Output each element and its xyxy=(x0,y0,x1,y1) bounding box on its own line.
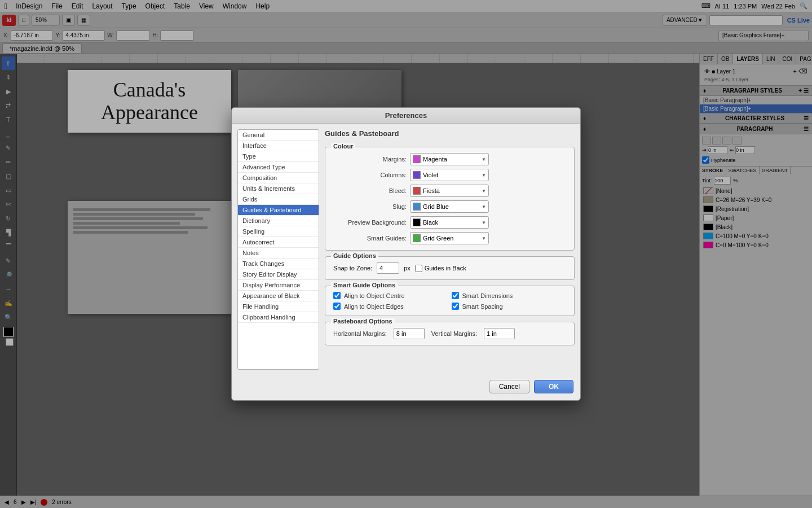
sidebar-display-perf[interactable]: Display Performance xyxy=(238,280,319,291)
smart-dimensions-checkbox[interactable] xyxy=(452,292,459,299)
slug-swatch xyxy=(413,203,421,211)
snap-to-zone-unit: px xyxy=(404,265,411,271)
pasteboard-margins-row: Horizontal Margins: Vertical Margins: xyxy=(333,328,566,339)
vertical-margins-label: Vertical Margins: xyxy=(431,330,477,337)
slug-select[interactable]: Grid Blue ▼ xyxy=(410,200,489,213)
columns-value: Violet xyxy=(423,172,438,178)
margins-arrow: ▼ xyxy=(482,157,486,162)
slug-value: Grid Blue xyxy=(423,203,449,210)
preferences-dialog: Preferences General Interface Type Advan… xyxy=(231,107,581,401)
smart-spacing-label: Smart Spacing xyxy=(462,303,503,310)
align-to-centre-checkbox[interactable] xyxy=(333,292,341,299)
smart-guides-select[interactable]: Grid Green ▼ xyxy=(410,232,489,244)
smart-dimensions-label: Smart Dimensions xyxy=(462,292,513,299)
dialog-body: General Interface Type Advanced Type Com… xyxy=(232,124,580,375)
columns-swatch xyxy=(413,171,421,179)
smart-guides-swatch xyxy=(413,234,421,242)
smart-spacing-row: Smart Spacing xyxy=(452,303,567,310)
sidebar-grids[interactable]: Grids xyxy=(238,194,319,205)
columns-row: Columns: Violet ▼ xyxy=(333,169,566,181)
sidebar-composition[interactable]: Composition xyxy=(238,173,319,183)
cancel-button[interactable]: Cancel xyxy=(489,380,529,393)
margins-swatch xyxy=(413,155,421,163)
align-to-edges-row: Align to Object Edges xyxy=(333,303,448,310)
dialog-main-content: Guides & Pasteboard Colour Margins: Mage… xyxy=(325,129,575,370)
smart-guides-row: Smart Guides: Grid Green ▼ xyxy=(333,232,566,244)
snap-to-zone-label: Snap to Zone: xyxy=(333,265,372,271)
sidebar-guides[interactable]: Guides & Pasteboard xyxy=(238,205,319,216)
colour-section-label: Colour xyxy=(331,143,355,150)
guide-options-section: Guide Options Snap to Zone: px Guides in… xyxy=(325,256,575,280)
margins-row: Margins: Magenta ▼ xyxy=(333,153,566,165)
guides-in-back-checkbox[interactable] xyxy=(415,265,422,272)
bleed-select[interactable]: Fiesta ▼ xyxy=(410,185,489,197)
dialog-sidebar: General Interface Type Advanced Type Com… xyxy=(237,129,319,370)
bleed-arrow: ▼ xyxy=(482,189,486,194)
sidebar-track-changes[interactable]: Track Changes xyxy=(238,259,319,269)
vertical-margins-input[interactable] xyxy=(484,328,515,339)
preview-bg-value: Black xyxy=(423,219,438,226)
smart-guide-options-label: Smart Guide Options xyxy=(331,282,398,288)
dialog-overlay: Preferences General Interface Type Advan… xyxy=(0,0,812,508)
align-to-edges-label: Align to Object Edges xyxy=(344,303,404,310)
slug-label: Slug: xyxy=(333,203,407,210)
sidebar-file-handling[interactable]: File Handling xyxy=(238,301,319,312)
preview-bg-arrow: ▼ xyxy=(482,220,486,225)
preview-bg-swatch xyxy=(413,218,421,226)
sidebar-advanced-type[interactable]: Advanced Type xyxy=(238,162,319,173)
colour-section: Colour Margins: Magenta ▼ Columns: xyxy=(325,147,575,251)
guide-options-label: Guide Options xyxy=(331,252,378,259)
columns-arrow: ▼ xyxy=(482,173,486,178)
sidebar-appearance[interactable]: Appearance of Black xyxy=(238,291,319,301)
smart-guide-grid: Align to Object Centre Smart Dimensions … xyxy=(333,292,566,310)
bleed-swatch xyxy=(413,187,421,195)
smart-spacing-checkbox[interactable] xyxy=(452,303,459,310)
sidebar-notes[interactable]: Notes xyxy=(238,248,319,259)
smart-guide-options-section: Smart Guide Options Align to Object Cent… xyxy=(325,286,575,316)
columns-label: Columns: xyxy=(333,172,407,178)
preview-bg-row: Preview Background: Black ▼ xyxy=(333,216,566,229)
horizontal-margins-label: Horizontal Margins: xyxy=(333,330,387,337)
horizontal-margins-input[interactable] xyxy=(394,328,425,339)
smart-guides-value: Grid Green xyxy=(423,235,453,242)
sidebar-dictionary[interactable]: Dictionary xyxy=(238,216,319,226)
pasteboard-options-label: Pasteboard Options xyxy=(331,318,395,325)
columns-select[interactable]: Violet ▼ xyxy=(410,169,489,181)
margins-select[interactable]: Magenta ▼ xyxy=(410,153,489,165)
dialog-title: Preferences xyxy=(232,108,580,124)
pasteboard-options-section: Pasteboard Options Horizontal Margins: V… xyxy=(325,322,575,345)
smart-guides-label: Smart Guides: xyxy=(333,235,407,242)
sidebar-interface[interactable]: Interface xyxy=(238,141,319,151)
align-to-edges-checkbox[interactable] xyxy=(333,303,341,310)
smart-guides-arrow: ▼ xyxy=(482,236,486,241)
sidebar-story-editor[interactable]: Story Editor Display xyxy=(238,269,319,280)
preview-bg-select[interactable]: Black ▼ xyxy=(410,216,489,229)
bleed-row: Bleed: Fiesta ▼ xyxy=(333,185,566,197)
margins-label: Margins: xyxy=(333,156,407,163)
sidebar-spelling[interactable]: Spelling xyxy=(238,226,319,237)
guides-in-back-row: Guides in Back xyxy=(415,265,466,272)
sidebar-clipboard[interactable]: Clipboard Handling xyxy=(238,312,319,323)
align-to-centre-row: Align to Object Centre xyxy=(333,292,448,299)
align-to-centre-label: Align to Object Centre xyxy=(344,292,405,299)
smart-dimensions-row: Smart Dimensions xyxy=(452,292,567,299)
slug-arrow: ▼ xyxy=(482,204,486,209)
sidebar-autocorrect[interactable]: Autocorrect xyxy=(238,237,319,248)
ok-button[interactable]: OK xyxy=(534,380,573,393)
guides-in-back-label: Guides in Back xyxy=(425,265,466,271)
guides-pasteboard-title: Guides & Pasteboard xyxy=(325,129,575,138)
bleed-label: Bleed: xyxy=(333,187,407,194)
sidebar-general[interactable]: General xyxy=(238,130,319,141)
preview-bg-label: Preview Background: xyxy=(333,219,407,226)
margins-value: Magenta xyxy=(423,156,447,163)
snap-to-zone-row: Snap to Zone: px Guides in Back xyxy=(333,262,566,274)
bleed-value: Fiesta xyxy=(423,187,440,194)
snap-to-zone-input[interactable] xyxy=(377,262,399,274)
dialog-footer: Cancel OK xyxy=(232,375,580,400)
sidebar-type[interactable]: Type xyxy=(238,151,319,162)
slug-row: Slug: Grid Blue ▼ xyxy=(333,200,566,213)
sidebar-units[interactable]: Units & Increments xyxy=(238,183,319,194)
